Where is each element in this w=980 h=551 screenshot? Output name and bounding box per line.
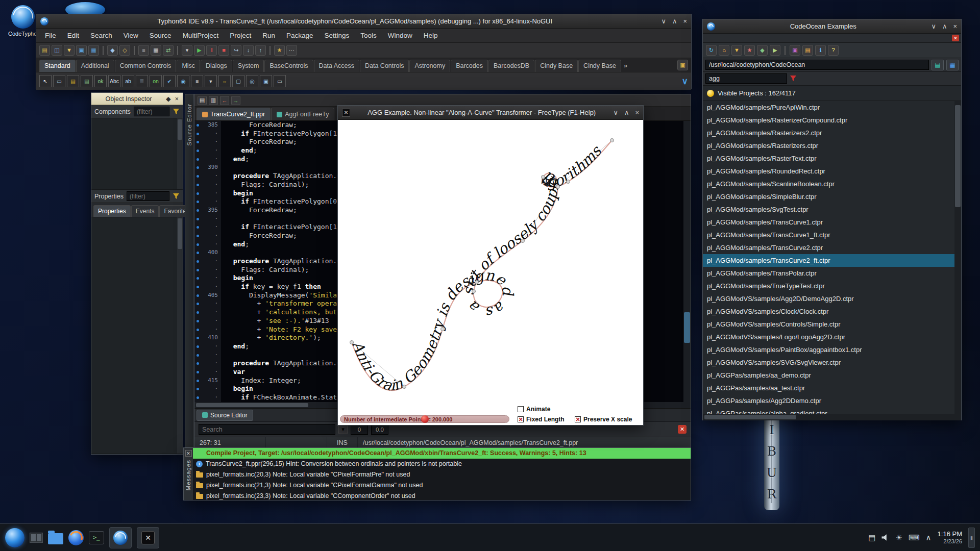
examples-search-input[interactable] <box>705 73 787 84</box>
step-out-icon[interactable]: ↑ <box>255 45 266 56</box>
list-item[interactable]: pl_AGGMod/samples/TransCurve2.ctpr <box>703 241 954 254</box>
palette-tab[interactable]: Astronomy <box>409 60 450 72</box>
palette-tab[interactable]: Additional <box>76 60 114 72</box>
label-icon[interactable]: Abc <box>108 75 120 87</box>
build-icon[interactable]: ★ <box>274 45 285 56</box>
palette-tab[interactable]: Data Access <box>314 60 359 72</box>
file-manager-icon[interactable] <box>48 533 63 544</box>
filter-funnel-icon[interactable] <box>173 193 180 200</box>
menu-item[interactable]: View <box>118 30 144 41</box>
list-item[interactable]: pl_AGGMod/samples/SimpleBlur.ctpr <box>703 190 954 203</box>
list-item[interactable]: pl_AGGModVS/samples/Clock/Clock.ctpr <box>703 305 954 318</box>
gutter[interactable]: · <box>194 232 221 240</box>
clipboard-icon[interactable]: ▤ <box>868 533 875 542</box>
display-icon[interactable]: ☀ <box>895 533 902 542</box>
save-all-icon[interactable]: ▦ <box>88 45 99 56</box>
editor-vertical-scrollbar[interactable] <box>683 121 691 402</box>
open-file-icon[interactable]: ▼ <box>64 45 75 56</box>
gutter[interactable]: · <box>194 266 221 274</box>
gutter[interactable]: · <box>194 359 221 368</box>
components-filter-input[interactable] <box>134 107 169 116</box>
clock[interactable]: 1:16 PM 2/23/26 <box>938 530 962 545</box>
gutter[interactable]: · <box>194 138 221 146</box>
list-item[interactable]: pl_AGGMod/samples/RoundedRect.ctpr <box>703 165 954 178</box>
button-icon[interactable]: ok <box>94 75 107 87</box>
open-project-icon[interactable]: ◇ <box>119 45 130 56</box>
close-icon[interactable]: × <box>175 95 179 103</box>
maximize-icon[interactable]: ∧ <box>624 109 629 116</box>
view-forms-icon[interactable]: ▦ <box>151 45 161 56</box>
home-icon[interactable]: ⌂ <box>719 45 729 56</box>
gutter[interactable]: · <box>194 130 221 138</box>
menu-item[interactable]: MultiProject <box>177 30 225 41</box>
menu-item[interactable]: Settings <box>319 30 355 41</box>
gutter[interactable]: · <box>194 223 221 232</box>
ide-titlebar[interactable]: Typhon64 IDE v8.9 - TransCurve2_ft (/usr… <box>36 14 691 29</box>
panel-edge-icon[interactable]: ▮ <box>968 528 975 548</box>
palette-tab[interactable]: System <box>233 60 264 72</box>
list-item[interactable]: pl_AGGModVS/samples/Logo/LogoAgg2D.ctpr <box>703 331 954 343</box>
list-item[interactable]: pl_AGGModVS/samples/SVG/SvgViewer.ctpr <box>703 356 954 369</box>
list-item[interactable]: pl_AGGMod/samples/SvgTest.ctpr <box>703 203 954 216</box>
open-folder-icon[interactable]: ▤ <box>932 60 944 70</box>
gutter[interactable]: · <box>194 393 221 402</box>
run-icon[interactable]: ▶ <box>770 45 780 56</box>
maximize-icon[interactable]: ∧ <box>942 22 947 30</box>
object-inspector-titlebar[interactable]: Object Inspector ◆ × <box>91 93 183 105</box>
gutter[interactable]: · <box>194 368 221 377</box>
palette-tab[interactable]: Barcodes <box>451 60 488 72</box>
jump-forward-icon[interactable]: → <box>231 96 240 105</box>
start-menu-icon[interactable] <box>5 528 24 547</box>
step-over-icon[interactable]: ↪ <box>231 45 241 56</box>
properties-filter-input[interactable] <box>127 191 169 201</box>
close-messages-icon[interactable]: ✕ <box>185 450 192 457</box>
desktop-logo[interactable]: CodeTyphon <box>8 5 38 37</box>
menu-item[interactable]: Project <box>224 30 257 41</box>
page-list-icon[interactable]: ▥ <box>209 96 218 105</box>
list-item[interactable]: pl_AGGMod/samples/Rasterizers.ctpr <box>703 139 954 152</box>
components-tree[interactable] <box>91 118 183 190</box>
examples-list[interactable]: pl_AGGMod/samples/PureApiWin.ctprpl_AGGM… <box>703 101 961 414</box>
gutter[interactable]: · <box>194 317 221 325</box>
cursor-icon[interactable]: ↖ <box>39 75 52 87</box>
browse-icon[interactable]: ▦ <box>946 60 959 70</box>
search-dropdown-icon[interactable]: ▾ <box>338 425 348 434</box>
message-row[interactable]: Compile Project, Target: /usr/local/code… <box>193 448 691 459</box>
agg-titlebar[interactable]: ✕ AGG Example. Non-linear "Along-A-Curve… <box>338 106 643 120</box>
palette-tab[interactable]: Data Controls <box>360 60 409 72</box>
terminal-icon[interactable]: >_ <box>89 531 104 544</box>
close-panel-red-button[interactable]: ✕ <box>952 35 959 41</box>
new-page-icon[interactable]: ▤ <box>198 96 207 105</box>
list-item[interactable]: pl_AGGMod/samples/RasterText.ctpr <box>703 152 954 165</box>
list-item[interactable]: pl_AGGMod/samples/TransCurve1.ctpr <box>703 216 954 229</box>
examples-horizontal-scrollbar[interactable] <box>703 414 961 420</box>
gutter[interactable]: 400 <box>194 248 221 257</box>
list-item[interactable]: pl_AGGModVS/samples/Agg2D/DemoAgg2D.ctpr <box>703 292 954 305</box>
checkbox-icon[interactable]: ✔ <box>163 75 176 87</box>
close-icon[interactable]: × <box>683 17 687 25</box>
close-search-button[interactable]: ✕ <box>678 425 687 434</box>
edit-icon[interactable]: ab <box>122 75 134 87</box>
editor-tab[interactable]: AggFontFreeTy <box>271 108 334 120</box>
inspector-tab[interactable]: Properties <box>93 205 131 217</box>
desktop-pager-icon[interactable] <box>30 533 43 543</box>
browser-icon[interactable] <box>68 530 84 545</box>
menu-item[interactable]: Help <box>418 30 444 41</box>
minimize-icon[interactable]: ∨ <box>931 22 936 30</box>
gutter[interactable]: · <box>194 240 221 249</box>
info-icon[interactable]: ℹ <box>815 45 826 56</box>
gutter[interactable]: · <box>194 308 221 317</box>
palette-tab[interactable]: Standard <box>39 60 76 72</box>
radiobutton-icon[interactable]: ◉ <box>177 75 189 87</box>
messages-dock-strip[interactable]: ✕ Messages <box>184 448 193 500</box>
memo-icon[interactable]: ≣ <box>136 75 148 87</box>
view-units-icon[interactable]: ≡ <box>138 45 149 56</box>
list-item[interactable]: pl_AGGMod/samples/Rasterizers2.ctpr <box>703 127 954 139</box>
gutter[interactable]: · <box>194 146 221 155</box>
palette-overflow-icon[interactable]: » <box>624 62 627 69</box>
editor-tab[interactable]: TransCurve2_ft.ppr <box>197 108 271 120</box>
spin-value-1[interactable]: 0 <box>351 424 368 435</box>
components-tree-scrollbar[interactable] <box>177 118 183 189</box>
gutter[interactable]: 410 <box>194 334 221 342</box>
help-icon[interactable]: ? <box>828 45 839 56</box>
